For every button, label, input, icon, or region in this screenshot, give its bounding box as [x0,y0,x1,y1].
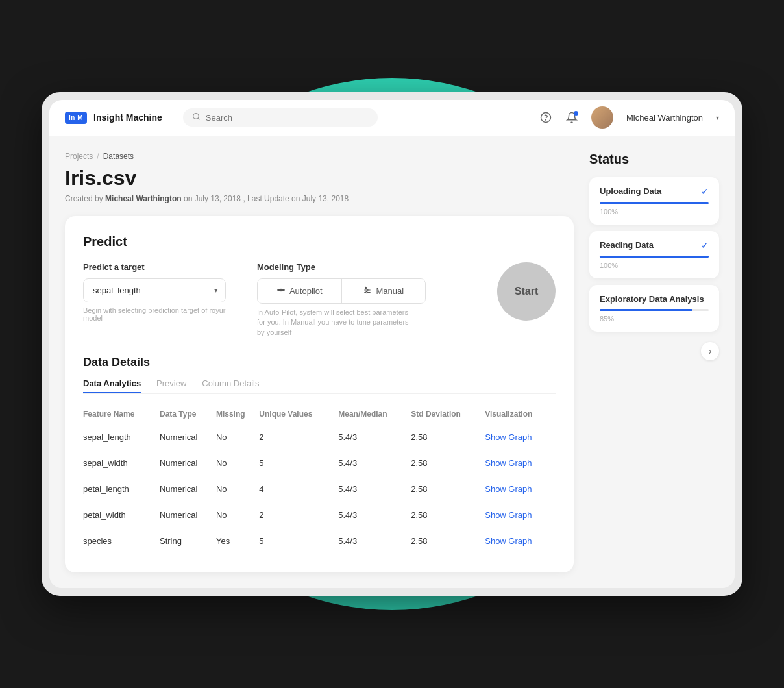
start-button[interactable]: Start [497,262,556,321]
logo-box: In M [65,112,87,124]
check-icon-0: ✓ [701,186,709,197]
cell-type-3: Numerical [160,502,216,528]
page-title: Iris.csv [65,166,574,190]
status-card-header-2: Exploratory Data Analysis [600,294,709,304]
manual-label: Manual [376,286,404,296]
progress-bar-fill-0 [600,202,709,204]
target-select[interactable]: sepal_length sepal_width petal_length pe… [83,278,226,302]
main-content: Projects / Datasets Iris.csv Created by … [49,136,735,588]
progress-label-1: 100% [600,262,709,269]
cell-feature-4: species [83,528,160,554]
right-panel: Status Uploading Data ✓ 100% Reading Dat… [589,152,719,572]
progress-bar-bg-0 [600,202,709,204]
status-card-name-1: Reading Data [600,240,654,250]
modeling-buttons: Autopilot [257,278,426,304]
data-details-title: Data Details [83,356,556,369]
show-graph-link-3[interactable]: Show Graph [485,510,532,520]
cell-type-2: Numerical [160,476,216,502]
data-table: Feature Name Data Type Missing Unique Va… [83,404,556,554]
progress-bar-bg-2 [600,309,709,311]
table-row: petal_length Numerical No 4 5.4/3 2.58 S… [83,476,556,502]
progress-bar-bg-1 [600,256,709,258]
autopilot-button[interactable]: Autopilot [258,279,342,303]
svg-point-9 [367,289,369,291]
help-icon[interactable] [539,111,552,124]
svg-point-0 [193,114,199,119]
show-graph-link-4[interactable]: Show Graph [485,536,532,546]
check-icon-1: ✓ [701,240,709,251]
status-card-1: Reading Data ✓ 100% [589,231,719,278]
table-row: sepal_length Numerical No 2 5.4/3 2.58 S… [83,424,556,450]
cell-viz-4[interactable]: Show Graph [485,528,556,554]
cell-std-2: 2.58 [411,476,485,502]
cell-feature-0: sepal_length [83,424,160,450]
status-card-header-0: Uploading Data ✓ [600,186,709,197]
predict-target-label: Predict a target [83,262,226,272]
col-feature-name: Feature Name [83,404,160,424]
col-data-type: Data Type [160,404,216,424]
status-card-name-0: Uploading Data [600,186,661,196]
logo-area: In M Insight Machine [65,112,162,124]
cell-type-1: Numerical [160,450,216,476]
cell-viz-3[interactable]: Show Graph [485,502,556,528]
select-wrapper: sepal_length sepal_width petal_length pe… [83,278,226,302]
nav-right: Micheal Warthington ▾ [539,106,719,129]
manual-button[interactable]: Manual [342,279,426,303]
col-std: Std Deviation [411,404,485,424]
cell-viz-2[interactable]: Show Graph [485,476,556,502]
show-graph-link-1[interactable]: Show Graph [485,458,532,468]
predict-title: Predict [83,234,556,249]
start-btn-wrapper: Start [497,262,556,321]
svg-point-8 [365,287,367,288]
svg-rect-3 [278,289,285,290]
progress-label-2: 85% [600,315,709,323]
expand-button[interactable]: › [701,342,719,360]
progress-bar-fill-1 [600,256,709,258]
search-bar[interactable] [183,108,378,127]
chevron-right-area: › [589,342,719,360]
left-panel: Projects / Datasets Iris.csv Created by … [65,152,574,572]
navbar: In M Insight Machine [49,100,735,136]
tab-divider [83,393,556,394]
device-inner: In M Insight Machine [49,100,735,588]
cell-mean-3: 5.4/3 [338,502,411,528]
user-menu-chevron[interactable]: ▾ [716,114,719,121]
cell-missing-2: No [216,476,259,502]
cell-viz-0[interactable]: Show Graph [485,424,556,450]
status-cards: Uploading Data ✓ 100% Reading Data ✓ 100… [589,177,719,332]
cell-std-0: 2.58 [411,424,485,450]
search-icon [192,112,201,123]
predict-row: Predict a target sepal_length sepal_widt… [83,262,556,338]
svg-point-10 [366,291,367,293]
status-title: Status [589,152,719,167]
cell-feature-1: sepal_width [83,450,160,476]
status-card-name-2: Exploratory Data Analysis [600,294,704,304]
tab-preview[interactable]: Preview [156,378,186,393]
avatar [591,106,613,129]
cell-missing-0: No [216,424,259,450]
show-graph-link-2[interactable]: Show Graph [485,484,532,494]
breadcrumb-separator: / [97,152,99,161]
tab-data-analytics[interactable]: Data Analytics [83,378,141,393]
search-input[interactable] [206,113,369,123]
cell-viz-1[interactable]: Show Graph [485,450,556,476]
device-frame: In M Insight Machine [42,92,742,596]
tab-underline [83,392,141,393]
progress-bar-fill-2 [600,309,692,311]
col-mean: Mean/Median [338,404,411,424]
cell-unique-4: 5 [259,528,338,554]
page-subtitle: Created by Micheal Warthington on July 1… [65,194,574,203]
tab-column-details[interactable]: Column Details [202,378,259,393]
app-name: Insight Machine [93,112,162,123]
breadcrumb-current: Datasets [103,152,134,161]
cell-mean-1: 5.4/3 [338,450,411,476]
col-unique: Unique Values [259,404,338,424]
status-card-header-1: Reading Data ✓ [600,240,709,251]
cell-mean-0: 5.4/3 [338,424,411,450]
notification-icon[interactable] [565,111,578,124]
cell-unique-3: 2 [259,502,338,528]
breadcrumb-projects[interactable]: Projects [65,152,93,161]
show-graph-link-0[interactable]: Show Graph [485,432,532,442]
cell-missing-4: Yes [216,528,259,554]
tabs: Data Analytics Preview Column Details [83,378,556,393]
